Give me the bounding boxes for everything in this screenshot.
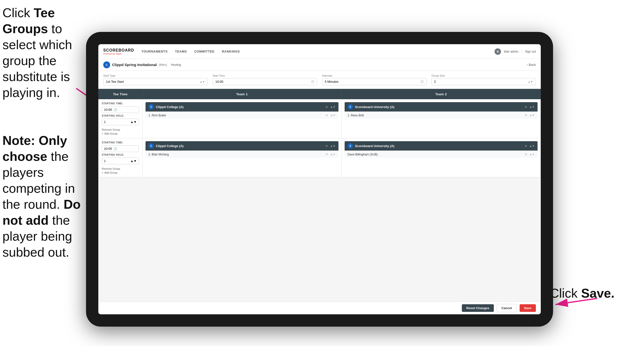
team1-header-actions-2: ✕ ▲▼ — [326, 144, 336, 148]
save-button[interactable]: Save — [520, 304, 536, 312]
user-avatar: B — [494, 48, 501, 55]
team1-col-1: C Clippd College (A) ✕ ▲▼ 1. Rich Butler — [142, 99, 342, 138]
nav-tournaments[interactable]: TOURNAMENTS — [142, 48, 168, 54]
team1-sort-icon-1[interactable]: ▲▼ — [330, 106, 336, 108]
player-remove-icon-2[interactable]: ✕ — [524, 113, 527, 117]
player-sort-icon[interactable]: ▲▼ — [330, 114, 336, 117]
logo-sub: Powered by clippd — [103, 52, 134, 55]
player-row: 1. Rich Butler ✕ ▲▼ — [146, 111, 338, 119]
team1-remove-icon-1[interactable]: ✕ — [326, 105, 328, 109]
team2-sort-icon-1[interactable]: ▲▼ — [529, 106, 534, 108]
team2-col-2: S Scoreboard University (A) ✕ ▲▼ Dave Bi… — [342, 138, 541, 177]
team1-col-2: C Clippd College (A) ✕ ▲▼ 2. Blair McHar… — [142, 138, 342, 177]
annotation-bottom-right: Click Save. — [550, 286, 614, 301]
team2-avatar-1: S — [348, 104, 353, 109]
team1-name-1: Clippd College (A) — [156, 105, 324, 109]
group-time-col-1: STARTING TIME: 10:00 🕐 STARTING HOLE: 1 … — [98, 99, 142, 138]
team1-card-1[interactable]: C Clippd College (A) ✕ ▲▼ 1. Rich Butler — [146, 102, 338, 119]
annotation-top-left: Click Tee Groups to select which group t… — [2, 5, 86, 101]
nav-rankings[interactable]: RANKINGS — [222, 48, 240, 54]
remove-group-btn-2[interactable]: Remove Group — [102, 167, 139, 170]
player-sort-icon-4[interactable]: ▲▼ — [529, 153, 534, 156]
start-config: Start Type 1st Tee Start ▲▼ Start Time 1… — [98, 71, 541, 89]
groups-area[interactable]: STARTING TIME: 10:00 🕐 STARTING HOLE: 1 … — [98, 99, 541, 302]
logo-text: SCOREBOARD — [103, 48, 134, 52]
start-type-input[interactable]: 1st Tee Start ▲▼ — [103, 78, 208, 85]
player-sort-icon-3[interactable]: ▲▼ — [330, 153, 336, 156]
team2-card-header-1: S Scoreboard University (A) ✕ ▲▼ — [344, 102, 538, 111]
plus-icon: + — [102, 132, 103, 135]
starting-hole-label-1: STARTING HOLE: — [102, 114, 139, 117]
start-time-label: Start Time — [212, 74, 317, 77]
team2-card-1[interactable]: S Scoreboard University (A) ✕ ▲▼ 1. Rees… — [344, 102, 538, 119]
remove-group-btn-1[interactable]: Remove Group — [102, 128, 139, 131]
back-button[interactable]: ‹ Back — [527, 63, 536, 66]
team1-remove-icon-2[interactable]: ✕ — [326, 144, 328, 148]
nav-links: TOURNAMENTS TEAMS COMMITTEE RANKINGS — [142, 48, 495, 54]
cancel-button[interactable]: Cancel — [497, 304, 517, 312]
team2-remove-icon-1[interactable]: ✕ — [524, 105, 527, 109]
player-row-4: Dave Billingham (SUB) ✕ ▲▼ — [344, 151, 538, 158]
player-name-4: Dave Billingham (SUB) — [348, 153, 522, 156]
clock-icon-3: 🕐 — [114, 108, 117, 111]
team1-card-2[interactable]: C Clippd College (A) ✕ ▲▼ 2. Blair McHar… — [146, 141, 338, 158]
group-row-2: STARTING TIME: 10:05 🕐 STARTING HOLE: 1 … — [98, 138, 541, 177]
nav-right: B blair admin | Sign out — [494, 48, 536, 55]
group-size-label: Group Size — [432, 74, 536, 77]
annotation-text-save: Click Save. — [550, 286, 614, 300]
player-sort-icon-2[interactable]: ▲▼ — [529, 114, 534, 117]
add-group-btn-2[interactable]: + Add Group — [102, 171, 139, 174]
reset-changes-button[interactable]: Reset Changes — [462, 304, 494, 312]
start-type-label: Start Type — [103, 74, 208, 77]
player-remove-icon-4[interactable]: ✕ — [524, 152, 527, 156]
sub-header-left: C Clippd Spring Invitational (Men) Hosti… — [103, 61, 527, 68]
start-time-input[interactable]: 10:00 🕐 — [212, 78, 317, 85]
team1-sort-icon-2[interactable]: ▲▼ — [330, 145, 336, 147]
annotation-text-tee-groups: Click Tee Groups to select which group t… — [2, 6, 72, 100]
group-size-group: Group Size 2 ▲▼ — [432, 74, 536, 85]
starting-time-input-2[interactable]: 10:05 🕐 — [102, 145, 139, 152]
team1-card-header-2: C Clippd College (A) ✕ ▲▼ — [146, 141, 338, 151]
intervals-input[interactable]: 5 Minutes 🕐 — [322, 78, 426, 85]
player-row-3: 2. Blair McHarg ✕ ▲▼ — [146, 151, 338, 158]
add-group-btn-1[interactable]: + Add Group — [102, 132, 139, 135]
chevron-down-icon: ▲▼ — [200, 80, 205, 83]
intervals-label: Intervals — [322, 74, 426, 77]
sign-out-link[interactable]: Sign out — [525, 50, 536, 53]
team2-remove-icon-2[interactable]: ✕ — [524, 144, 527, 148]
event-title: Clippd Spring Invitational — [112, 63, 157, 67]
team2-card-2[interactable]: S Scoreboard University (A) ✕ ▲▼ Dave Bi… — [344, 141, 538, 158]
nav-committee[interactable]: COMMITTEE — [194, 48, 214, 54]
player-remove-icon-3[interactable]: ✕ — [326, 152, 328, 156]
player-name-2-1: 1. Rees Britt — [348, 114, 522, 117]
player-remove-icon[interactable]: ✕ — [326, 113, 328, 117]
group-row: STARTING TIME: 10:00 🕐 STARTING HOLE: 1 … — [98, 99, 541, 138]
nav-teams[interactable]: TEAMS — [175, 48, 187, 54]
footer-bar: Reset Changes Cancel Save — [98, 302, 541, 314]
team2-sort-icon-2[interactable]: ▲▼ — [529, 145, 534, 147]
clock-icon-2: 🕐 — [420, 80, 424, 83]
starting-time-input-1[interactable]: 10:00 🕐 — [102, 106, 139, 113]
team2-card-header-2: S Scoreboard University (A) ✕ ▲▼ — [344, 141, 538, 151]
player-row-actions-4: ✕ ▲▼ — [524, 152, 534, 156]
starting-time-label-2: STARTING TIME: — [102, 141, 139, 144]
team1-card-header-1: C Clippd College (A) ✕ ▲▼ — [146, 102, 338, 111]
starting-hole-input-2[interactable]: 1 ▲▼ — [102, 158, 139, 164]
team2-header-actions-1: ✕ ▲▼ — [524, 105, 534, 109]
starting-hole-input-1[interactable]: 1 ▲▼ — [102, 119, 139, 125]
group-actions-1: Remove Group + Add Group — [102, 128, 139, 135]
player-name-3: 2. Blair McHarg — [148, 153, 324, 156]
plus-icon-2: + — [102, 171, 103, 174]
annotation-text-note: Note: Only choose the players competing … — [2, 133, 80, 259]
clock-icon: 🕐 — [311, 80, 314, 83]
stepper-icon: ▲▼ — [528, 80, 533, 83]
group-size-input[interactable]: 2 ▲▼ — [432, 78, 536, 85]
group-actions-2: Remove Group + Add Group — [102, 167, 139, 174]
start-type-group: Start Type 1st Tee Start ▲▼ — [103, 74, 208, 85]
group-time-col-2: STARTING TIME: 10:05 🕐 STARTING HOLE: 1 … — [98, 138, 142, 177]
team2-header: Team 2 — [342, 89, 541, 99]
team1-avatar-1: C — [148, 104, 154, 109]
team1-header: Team 1 — [142, 89, 342, 99]
table-header: Tee Time Team 1 Team 2 — [98, 89, 541, 99]
player-row-2: 1. Rees Britt ✕ ▲▼ — [344, 111, 538, 119]
